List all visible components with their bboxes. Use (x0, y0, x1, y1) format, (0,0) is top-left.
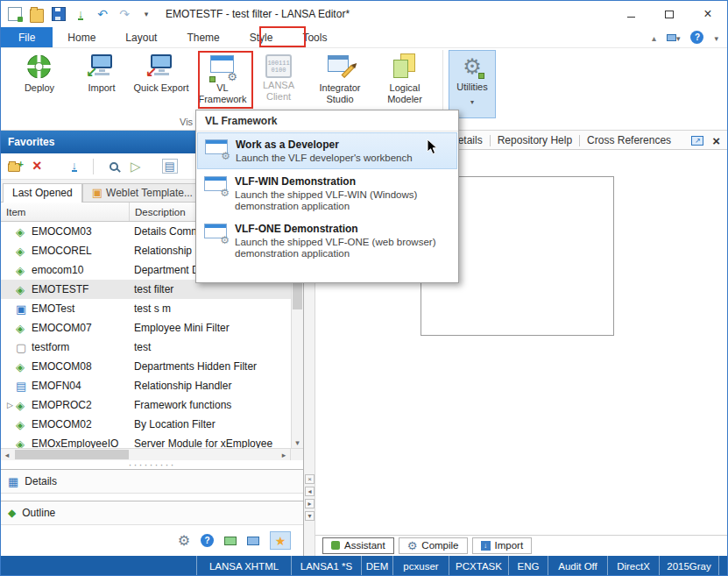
report-icon[interactable] (162, 159, 178, 174)
list-item[interactable]: testformtest (1, 338, 303, 357)
status-empty-end (719, 556, 727, 576)
list-item[interactable]: EMOCOM07Employee Mini Filter (1, 318, 303, 338)
open-folder-icon[interactable] (30, 9, 44, 23)
drag-handle-icon (129, 459, 176, 471)
status-directx[interactable]: DirectX (608, 556, 660, 576)
details-icon (8, 475, 18, 488)
help-icon[interactable] (690, 31, 703, 44)
integrator-studio-button[interactable]: Integrator Studio (307, 50, 372, 105)
lansa-client-button[interactable]: 100111 0100 LANSA Client (250, 50, 307, 103)
list-item[interactable]: EMOPROC2Framework functions (1, 395, 303, 415)
status-theme[interactable]: 2015Gray (660, 556, 719, 576)
tab-repository-help[interactable]: Repository Help (491, 134, 579, 146)
undo-icon[interactable] (95, 7, 110, 21)
deploy-button[interactable]: Deploy (3, 50, 76, 94)
search-icon[interactable] (110, 162, 118, 171)
caret-down-icon[interactable] (714, 32, 718, 44)
toolbar-separator (93, 159, 94, 174)
splitter-right-icon[interactable] (305, 499, 315, 508)
status-partition[interactable]: DEM (362, 556, 393, 576)
status-user[interactable]: pcxuser (393, 556, 449, 576)
scroll-down-icon[interactable] (292, 437, 303, 448)
item-icon (16, 400, 32, 411)
item-icon (16, 380, 32, 392)
details-panel-bar[interactable]: Details (1, 469, 303, 494)
utilities-button[interactable]: Utilities (449, 50, 496, 118)
splitter-down-icon[interactable] (305, 511, 315, 521)
menu-item-vlf-one-demo[interactable]: VLF-ONE DemonstrationLaunch the shipped … (197, 217, 457, 264)
checkin-icon[interactable] (74, 7, 88, 21)
list-item[interactable]: EMOTesttest s m (1, 299, 303, 318)
item-description: test s m (129, 302, 303, 315)
column-header-item[interactable]: Item (1, 203, 129, 221)
tab-file[interactable]: File (1, 27, 53, 47)
splitter-handle[interactable] (1, 460, 303, 469)
status-audit[interactable]: Audit Off (548, 556, 608, 576)
monitor-green-icon[interactable] (224, 537, 237, 545)
status-task[interactable]: PCXTASK (449, 556, 509, 576)
list-item[interactable]: EMOCOM02By Location Filter (1, 415, 303, 434)
help-small-icon[interactable] (201, 534, 214, 547)
favorites-star-button[interactable] (270, 531, 291, 550)
tab-theme[interactable]: Theme (172, 27, 234, 47)
delete-icon[interactable] (32, 157, 42, 175)
run-icon[interactable] (131, 159, 141, 174)
import-favorite-icon[interactable] (72, 160, 78, 172)
scrollbar-thumb[interactable] (15, 450, 129, 459)
new-icon[interactable] (8, 7, 22, 21)
quick-export-button[interactable]: ↙ Quick Export (127, 50, 195, 94)
vlf-window-icon (205, 139, 229, 160)
status-lang-code[interactable]: ENG (509, 556, 548, 576)
tab-style[interactable]: Style (235, 27, 288, 47)
tab-last-opened[interactable]: Last Opened (3, 183, 82, 203)
item-icon (16, 284, 32, 295)
scroll-right-icon[interactable] (278, 449, 290, 460)
utilities-icon (459, 53, 485, 80)
item-name: EMOCOM03 (32, 225, 92, 238)
minimize-button[interactable] (611, 1, 650, 27)
item-description: test filter (129, 283, 303, 295)
new-folder-icon[interactable] (8, 163, 20, 172)
tab-home[interactable]: Home (53, 27, 110, 47)
splitter-close-icon[interactable] (305, 474, 315, 484)
tab-import[interactable]: Import (472, 537, 533, 554)
item-description: test (129, 341, 303, 353)
status-system[interactable]: LANSA1 *S (292, 556, 362, 576)
ribbon-tab-bar: File Home Layout Theme Style Tools (1, 27, 727, 48)
settings-icon[interactable] (178, 532, 190, 549)
monitor-blue-icon[interactable] (247, 537, 259, 545)
close-panel-icon[interactable] (712, 133, 720, 148)
logical-modeler-button[interactable]: Logical Modeler (372, 50, 437, 105)
tab-assistant[interactable]: Assistant (322, 537, 394, 554)
tab-cross-references[interactable]: Cross References (580, 134, 678, 146)
item-name: EMOxEmployeeIO (32, 437, 118, 448)
menu-item-vlf-win-demo[interactable]: VLF-WIN DemonstrationLaunch the shipped … (197, 170, 457, 217)
outline-panel-label: Outline (22, 507, 55, 519)
redo-icon[interactable] (117, 7, 131, 21)
item-name: testform (32, 341, 69, 353)
float-panel-icon[interactable] (691, 136, 703, 146)
list-item[interactable]: EMOCOM08Departments Hidden Filter (1, 357, 303, 376)
splitter-left-icon[interactable] (305, 487, 315, 496)
item-icon (16, 342, 32, 353)
menu-item-work-as-developer[interactable]: Work as a DeveloperLaunch the VLF develo… (197, 132, 457, 169)
status-language[interactable]: LANSA XHTML (197, 556, 292, 576)
qat-menu-icon[interactable] (139, 7, 153, 21)
list-item[interactable]: EMOxEmployeeIOServer Module for xEmploye… (1, 434, 303, 448)
expander-icon[interactable] (4, 401, 16, 409)
tab-tools[interactable]: Tools (287, 27, 342, 47)
weblet-icon (92, 187, 102, 199)
import-button[interactable]: ↙ Import (76, 50, 127, 94)
tab-weblet-templates[interactable]: Weblet Template... (82, 183, 202, 202)
compile-icon (407, 539, 418, 552)
switch-window-icon[interactable] (667, 32, 681, 44)
tab-layout[interactable]: Layout (110, 27, 172, 47)
tab-compile[interactable]: Compile (399, 537, 468, 554)
outline-panel-bar[interactable]: Outline (1, 501, 303, 525)
list-item[interactable]: EMOFN04Relationship Handler (1, 376, 303, 395)
collapse-ribbon-icon[interactable] (652, 32, 656, 44)
scroll-left-icon[interactable] (1, 449, 13, 460)
maximize-button[interactable] (650, 1, 689, 27)
save-icon[interactable] (52, 7, 66, 21)
close-button[interactable] (689, 1, 727, 27)
